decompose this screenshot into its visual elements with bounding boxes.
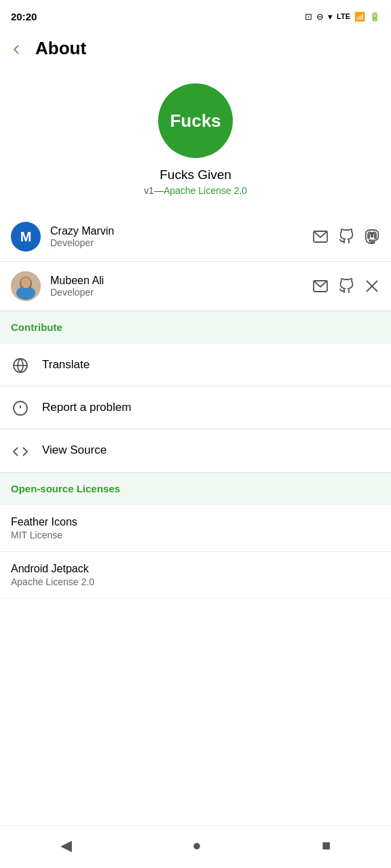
battery-icon: 🔋 bbox=[369, 12, 380, 22]
square-icon: ⊡ bbox=[305, 12, 312, 22]
nav-home-button[interactable]: ● bbox=[192, 837, 201, 854]
mastodon-icon-crazy-marvin[interactable] bbox=[364, 229, 380, 245]
page-title: About bbox=[35, 38, 86, 59]
minus-circle-icon: ⊖ bbox=[316, 12, 324, 22]
top-bar: About bbox=[0, 33, 391, 70]
app-logo-circle: Fucks bbox=[158, 83, 233, 158]
report-problem-row[interactable]: Report a problem bbox=[0, 387, 391, 429]
email-icon-mubeen-ali[interactable] bbox=[312, 278, 329, 294]
developer-row-mubeen-ali: Mubeen Ali Developer bbox=[0, 262, 391, 311]
navigation-bar: ◀ ● ■ bbox=[0, 825, 391, 868]
app-license-link[interactable]: Apache License 2.0 bbox=[164, 185, 247, 196]
translate-label: Translate bbox=[42, 358, 90, 372]
signal-icon: 📶 bbox=[354, 12, 365, 22]
avatar-crazy-marvin: M bbox=[11, 222, 41, 252]
contribute-header-text: Contribute bbox=[11, 321, 62, 333]
licenses-section-header: Open-source Licenses bbox=[0, 473, 391, 505]
license-row-jetpack[interactable]: Android Jetpack Apache License 2.0 bbox=[0, 552, 391, 599]
dev-role-crazy-marvin: Developer bbox=[50, 237, 312, 248]
translate-row[interactable]: Translate bbox=[0, 344, 391, 387]
wifi-icon: ▾ bbox=[328, 12, 333, 22]
license-row-feather[interactable]: Feather Icons MIT License bbox=[0, 505, 391, 552]
dev-info-crazy-marvin: Crazy Marvin Developer bbox=[50, 225, 312, 248]
contribute-section-header: Contribute bbox=[0, 311, 391, 344]
view-source-label: View Source bbox=[42, 443, 107, 457]
email-icon-crazy-marvin[interactable] bbox=[312, 229, 329, 245]
twitter-x-icon-mubeen-ali[interactable] bbox=[364, 278, 380, 294]
github-icon-crazy-marvin[interactable] bbox=[338, 229, 354, 245]
licenses-header-text: Open-source Licenses bbox=[11, 483, 120, 494]
license-type-feather: MIT License bbox=[11, 530, 380, 540]
dev-icons-crazy-marvin bbox=[312, 229, 380, 245]
nav-recents-button[interactable]: ■ bbox=[322, 837, 331, 854]
github-icon-mubeen-ali[interactable] bbox=[338, 278, 354, 294]
app-version-line: v1—Apache License 2.0 bbox=[144, 185, 247, 196]
nav-back-button[interactable]: ◀ bbox=[60, 837, 72, 854]
license-type-jetpack: Apache License 2.0 bbox=[11, 576, 380, 587]
status-bar: 20:20 ⊡ ⊖ ▾ LTE 📶 🔋 bbox=[0, 0, 391, 33]
svg-point-4 bbox=[21, 277, 31, 288]
alert-circle-icon bbox=[11, 399, 30, 416]
app-logo-section: Fucks Fucks Given v1—Apache License 2.0 bbox=[0, 70, 391, 212]
dev-role-mubeen-ali: Developer bbox=[50, 287, 312, 298]
status-icons: ⊡ ⊖ ▾ LTE 📶 🔋 bbox=[305, 12, 380, 22]
dev-name-mubeen-ali: Mubeen Ali bbox=[50, 275, 312, 287]
app-name: Fucks Given bbox=[160, 167, 231, 182]
dev-icons-mubeen-ali bbox=[312, 278, 380, 294]
dev-name-crazy-marvin: Crazy Marvin bbox=[50, 225, 312, 237]
view-source-row[interactable]: View Source bbox=[0, 429, 391, 472]
back-button[interactable] bbox=[8, 39, 24, 58]
app-logo-text: Fucks bbox=[170, 111, 221, 132]
developer-row-crazy-marvin: M Crazy Marvin Developer bbox=[0, 212, 391, 262]
globe-icon bbox=[11, 356, 30, 374]
report-problem-label: Report a problem bbox=[42, 401, 131, 414]
code-icon bbox=[11, 441, 30, 459]
lte-icon: LTE bbox=[337, 12, 350, 20]
app-version: v1 bbox=[144, 185, 154, 196]
license-name-feather: Feather Icons bbox=[11, 516, 380, 528]
license-name-jetpack: Android Jetpack bbox=[11, 563, 380, 575]
dev-info-mubeen-ali: Mubeen Ali Developer bbox=[50, 275, 312, 298]
status-time: 20:20 bbox=[11, 11, 37, 22]
avatar-mubeen-ali bbox=[11, 271, 41, 301]
